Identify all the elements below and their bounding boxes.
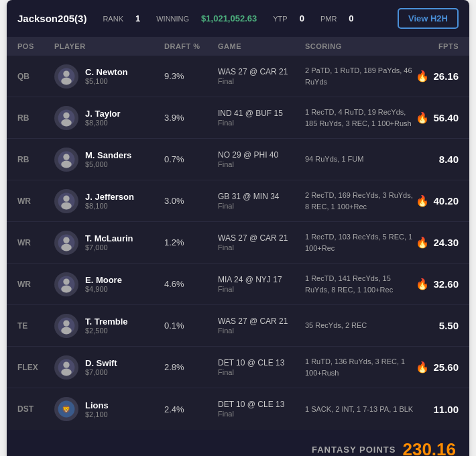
fire-icon: 🔥 [416,361,429,374]
svg-point-1 [63,70,69,76]
avatar [54,314,78,338]
scoring-text: 1 RuTD, 136 RuYds, 3 REC, 1 100+Rush [305,356,415,378]
player-info: C. Newton $5,100 [54,64,164,89]
player-name: D. Swift [85,358,117,368]
pmr-value: 0 [349,13,353,23]
fire-icon: 🔥 [416,194,429,207]
draft-pct: 2.8% [164,362,218,372]
player-details: J. Taylor $8,300 [85,109,121,127]
player-name: M. Sanders [85,150,131,160]
player-details: C. Newton $5,100 [85,67,128,85]
table-row: FLEX D. Swift $7,000 2.8% DET 10 @ CLE 1… [7,347,469,388]
player-salary: $8,300 [85,119,121,127]
game-score: IND 41 @ BUF 15 [218,109,305,118]
svg-point-22 [63,361,69,367]
draft-pct: 0.1% [164,321,218,331]
table-row: TE T. Tremble $2,500 0.1% WAS 27 @ CAR 2… [7,305,469,347]
player-name: C. Newton [85,67,128,77]
draft-pct: 1.2% [164,237,218,247]
svg-point-4 [63,112,69,118]
fpts-cell: 11.00 [415,404,459,415]
player-info: J. Jefferson $8,100 [54,189,164,213]
col-scoring: SCORING [305,42,415,50]
player-info: J. Taylor $8,300 [54,106,164,130]
rank-value: 1 [135,13,140,23]
game-score: GB 31 @ MIN 34 [218,192,305,201]
game-info: WAS 27 @ CAR 21 Final [218,67,305,86]
player-salary: $5,000 [85,160,131,168]
fpts-cell: 8.40 [415,154,459,165]
player-details: D. Swift $7,000 [85,358,117,376]
draft-pct: 2.4% [164,404,218,414]
game-score: DET 10 @ CLE 13 [218,400,305,409]
header: Jackson205(3) RANK 1 WINNING $1,021,052.… [7,0,469,37]
avatar [54,272,78,296]
player-salary: $2,100 [85,410,109,418]
svg-point-16 [63,278,69,284]
game-score: WAS 27 @ CAR 21 [218,317,305,326]
rank-label: RANK [103,15,123,23]
game-info: GB 31 @ MIN 34 Final [218,192,305,211]
player-name: Lions [85,400,109,410]
col-pos: POS [17,42,54,50]
game-info: IND 41 @ BUF 15 Final [218,109,305,127]
player-salary: $4,900 [85,285,122,293]
scoring-text: 1 RecTD, 141 RecYds, 15 RuYds, 8 REC, 1 … [305,273,415,295]
player-info: T. Tremble $2,500 [54,314,164,338]
game-info: MIA 24 @ NYJ 17 Final [218,275,305,294]
fpts-cell: 5.50 [415,320,459,331]
draft-pct: 0.7% [164,154,218,164]
winning-value: $1,021,052.63 [201,13,257,23]
player-salary: $5,100 [85,77,128,85]
svg-point-17 [61,285,72,292]
avatar [54,231,78,255]
game-info: NO 29 @ PHI 40 Final [218,150,305,169]
svg-point-2 [61,77,72,84]
fpts-value: 11.00 [433,404,459,415]
avatar [54,355,78,380]
col-player: PLAYER [54,42,164,50]
fpts-cell: 🔥 26.16 [415,70,459,82]
game-status: Final [218,368,234,376]
view-h2h-button[interactable]: View H2H [398,8,459,29]
fpts-value: 32.60 [433,278,459,290]
scoring-text: 35 RecYds, 2 REC [305,320,415,331]
svg-point-13 [63,237,69,243]
table-row: QB C. Newton $5,100 9.3% WAS 27 @ CAR 21… [7,56,469,97]
game-score: MIA 24 @ NYJ 17 [218,275,305,284]
fpts-value: 40.20 [433,195,459,207]
fpts-cell: 🔥 40.20 [415,194,459,207]
scoring-text: 2 RecTD, 169 RecYds, 3 RuYds, 8 REC, 1 1… [305,190,415,212]
player-details: Lions $2,100 [85,400,109,418]
ytp-value: 0 [300,13,304,23]
scoring-text: 1 SACK, 2 INT, 1 7-13 PA, 1 BLK [305,404,415,415]
column-headers: POS PLAYER DRAFT % GAME SCORING FPTS [7,37,469,56]
svg-point-5 [61,119,72,126]
player-pos: RB [17,113,54,123]
winning-label: WINNING [156,15,189,23]
player-pos: WR [17,196,54,206]
game-score: WAS 27 @ CAR 21 [218,233,305,243]
avatar [54,189,78,213]
fire-icon: 🔥 [416,70,429,82]
player-pos: WR [17,280,54,289]
footer-total: 230.16 [402,439,456,456]
scoring-text: 2 PaTD, 1 RuTD, 189 PaYds, 46 RuYds [305,65,415,87]
fpts-value: 56.40 [433,112,459,123]
table-row: WR J. Jefferson $8,100 3.0% GB 31 @ MIN … [7,180,469,222]
table-row: RB M. Sanders $5,000 0.7% NO 29 @ PHI 40… [7,139,469,180]
player-pos: QB [17,72,54,81]
player-pos: DST [17,404,54,414]
table-row: DST 🦁 Lions $2,100 2.4% DET 10 @ CLE 13 … [7,388,469,430]
draft-pct: 4.6% [164,279,218,289]
footer: FANTASY POINTS 230.16 [7,430,469,456]
game-info: DET 10 @ CLE 13 Final [218,358,305,377]
fpts-value: 26.16 [433,70,459,82]
game-score: DET 10 @ CLE 13 [218,358,305,367]
scoring-text: 94 RuYds, 1 FUM [305,154,415,165]
player-salary: $8,100 [85,202,134,210]
table-row: RB J. Taylor $8,300 3.9% IND 41 @ BUF 15… [7,97,469,139]
player-pos: RB [17,155,54,164]
fpts-cell: 🔥 25.60 [415,361,459,374]
player-info: E. Moore $4,900 [54,272,164,296]
